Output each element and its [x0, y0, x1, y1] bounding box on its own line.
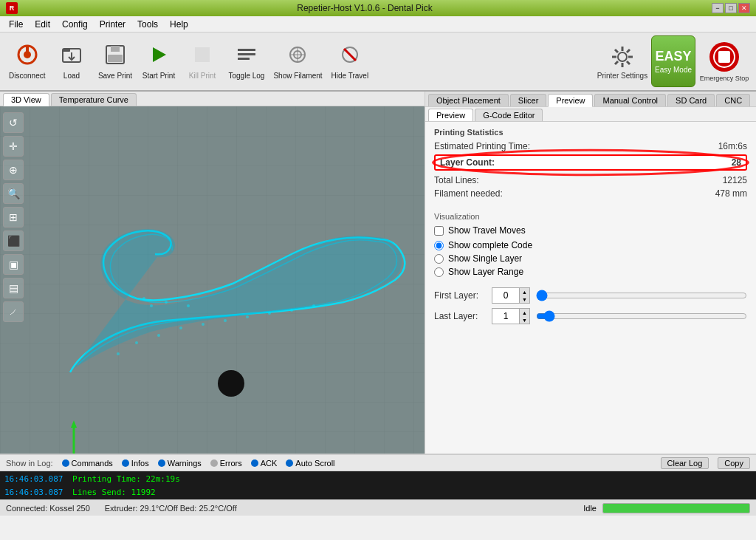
errors-toggle[interactable]: Errors: [210, 459, 242, 468]
last-layer-spin-buttons: ▲ ▼: [519, 309, 529, 324]
copy-button[interactable]: Copy: [718, 457, 750, 469]
tab-cnc[interactable]: CNC: [716, 94, 750, 106]
printer-settings-button[interactable]: Printer Settings: [597, 35, 648, 87]
menu-help[interactable]: Help: [164, 18, 194, 31]
hide-travel-button[interactable]: Hide Travel: [329, 35, 372, 87]
show-layer-range-radio[interactable]: [434, 267, 444, 277]
menu-printer[interactable]: Printer: [94, 18, 131, 31]
bottom-status: Connected: Kossel 250 Extruder: 29.1°C/O…: [0, 499, 756, 516]
load-button[interactable]: Load: [51, 35, 92, 87]
toolbar: Disconnect Load Save Print: [0, 33, 756, 92]
clear-log-button[interactable]: Clear Log: [661, 457, 709, 469]
window-controls: − □ ✕: [712, 3, 750, 13]
tab-3d-view[interactable]: 3D View: [3, 93, 49, 106]
close-button[interactable]: ✕: [738, 3, 750, 13]
svg-rect-8: [108, 55, 123, 62]
tab-manual-control[interactable]: Manual Control: [594, 94, 666, 106]
svg-point-40: [312, 304, 315, 307]
warnings-dot: [158, 459, 165, 467]
last-layer-input[interactable]: 1: [492, 310, 519, 322]
tab-preview[interactable]: Preview: [548, 94, 593, 107]
subtab-preview[interactable]: Preview: [428, 109, 473, 121]
show-single-layer-label: Show Single Layer: [448, 253, 522, 264]
tab-object-placement[interactable]: Object Placement: [428, 94, 509, 106]
minimize-button[interactable]: −: [712, 3, 724, 13]
tab-slicer[interactable]: Slicer: [510, 94, 547, 106]
stats-title: Printing Statistics: [434, 128, 747, 137]
show-layer-range-label: Show Layer Range: [448, 267, 523, 277]
tab-temperature-curve[interactable]: Temperature Curve: [51, 93, 137, 106]
subtab-gcode-editor[interactable]: G-Code Editor: [475, 109, 543, 121]
last-layer-down[interactable]: ▼: [519, 316, 529, 324]
progress-bar: [602, 503, 750, 513]
first-layer-spin-buttons: ▲ ▼: [519, 288, 529, 303]
svg-rect-10: [195, 47, 210, 62]
idle-label: Idle: [583, 504, 597, 513]
filament-value: 478 mm: [715, 188, 747, 199]
show-travel-moves-checkbox[interactable]: [434, 226, 444, 236]
menu-tools[interactable]: Tools: [131, 18, 164, 31]
total-lines-value: 12125: [723, 175, 747, 185]
show-single-layer-row[interactable]: Show Single Layer: [434, 253, 747, 264]
show-layer-range-row[interactable]: Show Layer Range: [434, 267, 747, 277]
window-title: Repetier-Host V1.0.6 - Dental Pick: [18, 3, 712, 13]
stop-icon: [190, 43, 214, 70]
first-layer-up[interactable]: ▲: [519, 288, 529, 295]
gear-icon: [609, 44, 636, 70]
menu-config[interactable]: Config: [56, 18, 94, 31]
menu-file[interactable]: File: [3, 18, 29, 31]
kill-print-button[interactable]: Kill Print: [182, 35, 222, 87]
maximize-button[interactable]: □: [725, 3, 737, 13]
estimated-time-value: 16m:6s: [718, 141, 747, 151]
last-layer-up[interactable]: ▲: [519, 309, 529, 316]
svg-point-34: [179, 327, 182, 329]
emergency-stop-button[interactable]: Emergency Stop: [698, 35, 750, 87]
svg-point-39: [290, 309, 293, 312]
svg-rect-31: [718, 51, 730, 63]
last-layer-spinbox[interactable]: 1 ▲ ▼: [492, 308, 530, 324]
warnings-toggle[interactable]: Warnings: [158, 459, 202, 468]
last-layer-row: Last Layer: 1 ▲ ▼: [434, 308, 747, 324]
show-filament-button[interactable]: Show Filament: [270, 35, 325, 87]
layer-controls: First Layer: 0 ▲ ▼ Last Layer: 1 ▲: [425, 284, 756, 332]
svg-point-37: [246, 315, 249, 318]
last-layer-slider[interactable]: [536, 310, 747, 322]
save-print-button[interactable]: Save Print: [94, 35, 135, 87]
svg-rect-4: [63, 49, 70, 52]
show-complete-code-label: Show complete Code: [448, 240, 532, 250]
svg-point-20: [618, 52, 627, 61]
tab-sd-card[interactable]: SD Card: [667, 94, 715, 106]
stats-area: Printing Statistics Estimated Printing T…: [425, 122, 756, 208]
ack-dot: [251, 459, 258, 467]
show-travel-moves-row[interactable]: Show Travel Moves: [434, 225, 747, 236]
auto-scroll-toggle[interactable]: Auto Scroll: [286, 459, 334, 468]
infos-dot: [122, 459, 129, 467]
infos-toggle[interactable]: Infos: [122, 459, 149, 468]
show-single-layer-radio[interactable]: [434, 254, 444, 264]
show-complete-code-radio[interactable]: [434, 241, 444, 250]
menu-edit[interactable]: Edit: [29, 18, 56, 31]
easy-mode-button[interactable]: EASY Easy Mode: [651, 35, 695, 87]
view-tabs: 3D View Temperature Curve: [0, 92, 425, 106]
first-layer-spinbox[interactable]: 0 ▲ ▼: [492, 287, 530, 304]
commands-toggle[interactable]: Commands: [62, 459, 113, 468]
svg-point-38: [268, 312, 271, 315]
svg-line-19: [344, 49, 356, 61]
filament-row: Filament needed: 478 mm: [434, 188, 747, 199]
svg-marker-9: [153, 47, 166, 62]
toggle-log-button[interactable]: Toggle Log: [225, 35, 267, 87]
show-complete-code-row[interactable]: Show complete Code: [434, 240, 747, 250]
viewport-canvas[interactable]: ↺ ✛ ⊕ 🔍 ⊞ ⬛ ▣ ▤ ⟋: [0, 106, 425, 454]
first-layer-slider[interactable]: [536, 290, 747, 301]
svg-rect-7: [111, 46, 120, 52]
svg-marker-51: [71, 420, 77, 428]
first-layer-down[interactable]: ▼: [519, 295, 529, 303]
svg-line-25: [615, 49, 618, 52]
start-print-button[interactable]: Start Print: [138, 35, 179, 87]
center-sphere: [218, 370, 244, 397]
disconnect-button[interactable]: Disconnect: [6, 35, 48, 87]
commands-dot: [62, 459, 69, 467]
first-layer-input[interactable]: 0: [492, 290, 519, 301]
ack-toggle[interactable]: ACK: [251, 459, 278, 468]
layer-count-row: Layer Count: 28: [434, 154, 747, 171]
